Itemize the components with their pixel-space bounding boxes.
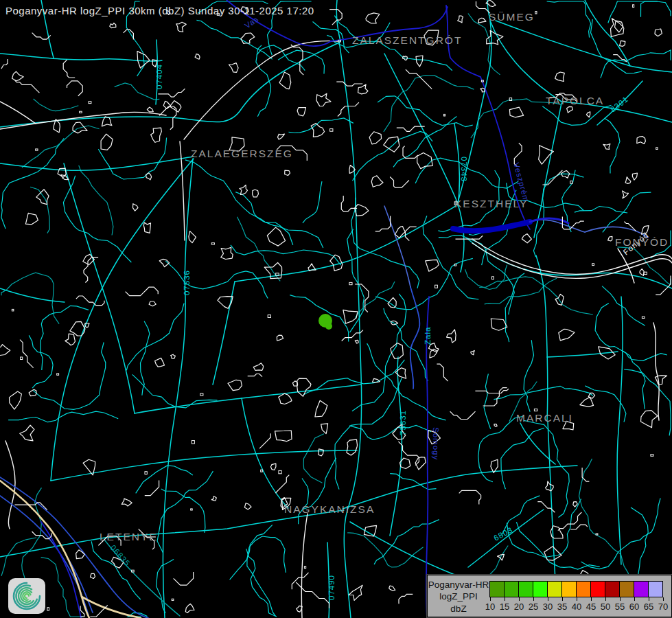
minor-road-line bbox=[1, 538, 36, 576]
settlement-outline bbox=[559, 329, 575, 341]
settlement-outline bbox=[311, 124, 325, 137]
legend-scale: 10152025303540455055606570 bbox=[489, 575, 671, 617]
map-line-road bbox=[454, 124, 459, 206]
map-line-lake bbox=[453, 222, 530, 231]
building-dot bbox=[644, 272, 647, 274]
settlement-outline bbox=[91, 573, 95, 578]
settlement-outline bbox=[228, 380, 242, 390]
settlement-outline bbox=[416, 56, 423, 67]
map-line-white bbox=[301, 514, 308, 618]
road-label: 07536 bbox=[183, 270, 191, 295]
settlement-outline bbox=[544, 547, 561, 560]
map-line-white bbox=[180, 141, 185, 240]
settlement-outline bbox=[625, 177, 631, 184]
settlement-outline bbox=[241, 33, 255, 43]
minor-road-line bbox=[439, 236, 514, 315]
settlement-outline bbox=[244, 503, 251, 510]
settlement-outline bbox=[146, 173, 152, 180]
minor-road-line bbox=[247, 525, 276, 616]
settlement-outline bbox=[279, 72, 291, 89]
city-label: LETENYE bbox=[100, 531, 158, 542]
minor-road-line bbox=[22, 126, 100, 168]
settlement-outline bbox=[491, 459, 498, 472]
map-line-road bbox=[336, 0, 340, 41]
building-dot bbox=[191, 509, 193, 510]
boundary-squiggle bbox=[15, 80, 40, 93]
legend-tick bbox=[490, 597, 491, 601]
settlement-outline bbox=[221, 247, 233, 259]
building-dot bbox=[651, 455, 653, 457]
building-dot bbox=[349, 282, 352, 284]
settlement-outline bbox=[315, 400, 327, 417]
building-dot bbox=[200, 393, 203, 396]
settlement-outline bbox=[343, 310, 358, 323]
boundary-squiggle bbox=[570, 525, 588, 529]
settlement-outline bbox=[620, 41, 625, 46]
minor-road-line bbox=[533, 174, 583, 257]
map-line-white bbox=[653, 323, 659, 420]
settlement-outline bbox=[267, 227, 285, 246]
legend-swatch bbox=[490, 582, 505, 597]
map-line-road bbox=[51, 450, 357, 481]
legend-tick bbox=[620, 597, 621, 601]
building-dot bbox=[57, 374, 59, 375]
settlement-outline bbox=[358, 84, 369, 94]
boundary-squiggle bbox=[390, 177, 409, 188]
settlement-outline bbox=[389, 586, 395, 591]
map-line-road bbox=[0, 157, 194, 170]
road-label: 75831 bbox=[399, 410, 407, 435]
building-dot bbox=[80, 111, 82, 113]
map-line-white bbox=[184, 41, 338, 139]
settlement-outline bbox=[347, 439, 358, 455]
map-line-river bbox=[410, 287, 420, 389]
building-dot bbox=[192, 441, 194, 444]
minor-road-line bbox=[289, 118, 354, 133]
map-line-road bbox=[64, 163, 135, 413]
settlement-outline bbox=[494, 424, 497, 427]
boundary-squiggle bbox=[291, 45, 303, 75]
settlement-outline bbox=[573, 502, 577, 507]
map-line-road bbox=[235, 206, 456, 282]
settlement-outline bbox=[366, 13, 380, 23]
settlement-outline bbox=[478, 18, 486, 23]
settlement-outline bbox=[426, 260, 439, 271]
legend-title: Poganyvar-HR logZ_PPI dbZ bbox=[428, 575, 489, 615]
minor-road-line bbox=[185, 160, 293, 245]
settlement-outline bbox=[185, 604, 194, 613]
settlement-outline bbox=[36, 190, 49, 205]
settlement-outline bbox=[355, 205, 369, 216]
settlement-outline bbox=[655, 376, 667, 385]
legend-swatch bbox=[620, 582, 634, 597]
minor-road-line bbox=[465, 265, 507, 290]
settlement-outline bbox=[195, 54, 200, 60]
legend-swatch bbox=[562, 582, 577, 597]
legend-tick bbox=[562, 597, 563, 601]
map-line-road bbox=[547, 352, 618, 357]
settlement-outline bbox=[70, 321, 85, 336]
minor-road-line bbox=[547, 1, 591, 38]
building-dot bbox=[211, 243, 214, 244]
settlement-outline bbox=[321, 424, 328, 434]
minor-road-line bbox=[484, 374, 491, 429]
legend-radar-name: Poganyvar-HR bbox=[428, 579, 489, 591]
road-label: Veszprém bbox=[512, 161, 531, 203]
building-dot bbox=[592, 264, 594, 266]
minor-road-line bbox=[351, 198, 419, 288]
settlement-outline bbox=[608, 236, 612, 241]
minor-road-line bbox=[79, 165, 113, 236]
settlement-outline bbox=[101, 134, 113, 150]
map-line-road bbox=[468, 510, 544, 567]
boundary-squiggle bbox=[126, 287, 159, 296]
settlement-outline bbox=[447, 330, 456, 343]
minor-road-line bbox=[196, 20, 272, 59]
map-line-road bbox=[0, 43, 339, 127]
legend-tick bbox=[591, 597, 592, 601]
building-dot bbox=[444, 114, 445, 116]
minor-road-line bbox=[601, 50, 671, 78]
minor-road-line bbox=[136, 466, 193, 493]
minor-road-line bbox=[591, 19, 642, 73]
legend-unit: dbZ bbox=[428, 603, 489, 615]
map-line-white bbox=[0, 102, 36, 124]
legend-swatch bbox=[548, 582, 562, 597]
settlement-outline bbox=[275, 431, 292, 442]
